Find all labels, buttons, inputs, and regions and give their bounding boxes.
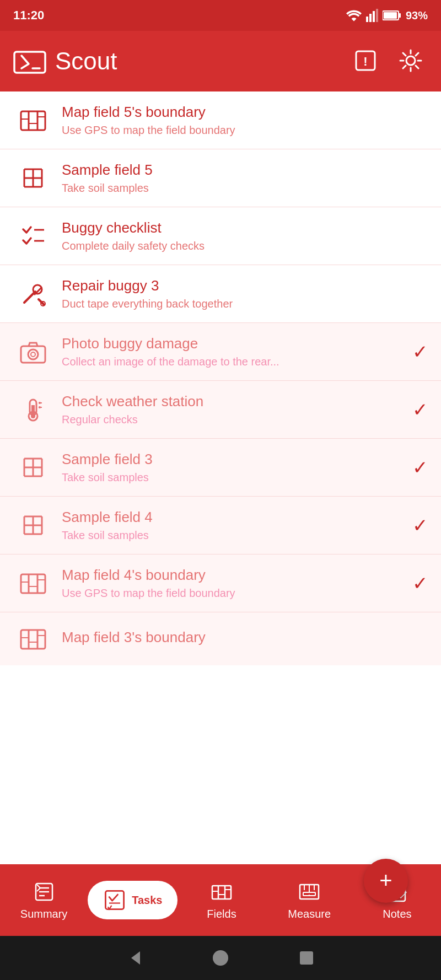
task-icon-thermometer (13, 395, 53, 424)
task-list: Map field 5's boundary Use GPS to map th… (0, 91, 441, 864)
battery-text: 93% (406, 9, 428, 22)
task-checkmark: ✓ (412, 341, 428, 363)
add-task-button[interactable]: + (364, 859, 408, 903)
task-content: Map field 4's boundary Use GPS to map th… (53, 567, 406, 600)
task-checkmark: ✓ (412, 399, 428, 421)
task-title: Repair buggy 3 (62, 277, 428, 294)
task-checkmark: ✓ (412, 456, 428, 478)
task-checkmark: ✓ (412, 514, 428, 536)
task-subtitle: Use GPS to map the field boundary (62, 124, 428, 137)
svg-rect-33 (31, 405, 35, 416)
task-subtitle: Take soil samples (62, 182, 428, 195)
task-icon-grid3 (13, 511, 53, 540)
task-content: Photo buggy damage Collect an image of t… (53, 335, 406, 368)
svg-rect-11 (21, 111, 45, 130)
nav-label-notes: Notes (383, 908, 411, 920)
camera-icon (19, 337, 47, 366)
task-title: Map field 5's boundary (62, 104, 428, 121)
task-content: Sample field 5 Take soil samples (53, 161, 428, 195)
task-subtitle: Regular checks (62, 413, 406, 426)
svg-text:+: + (309, 893, 310, 896)
checklist-icon (19, 222, 47, 250)
task-icon-wrench (13, 279, 53, 308)
task-title: Sample field 5 (62, 161, 428, 179)
svg-rect-5 (399, 13, 401, 18)
nav-label-measure: Measure (288, 908, 331, 920)
svg-point-10 (406, 56, 415, 65)
back-button[interactable] (125, 948, 144, 968)
wifi-icon (346, 9, 362, 22)
app-header: Scout ! (0, 31, 441, 91)
settings-icon (398, 48, 423, 73)
settings-button[interactable] (394, 44, 428, 79)
task-subtitle: Complete daily safety checks (62, 240, 428, 252)
task-subtitle: Duct tape everything back together (62, 298, 428, 310)
nav-label-tasks: Tasks (132, 894, 162, 907)
task-item[interactable]: Sample field 5 Take soil samples (0, 149, 441, 207)
task-subtitle: Take soil samples (62, 529, 406, 542)
task-item-completed[interactable]: Photo buggy damage Collect an image of t… (0, 323, 441, 381)
svg-marker-75 (131, 951, 140, 965)
task-icon-grid2 (13, 453, 53, 482)
task-title: Sample field 4 (62, 509, 406, 526)
svg-rect-2 (373, 11, 375, 22)
task-subtitle: Collect an image of the damage to the re… (62, 356, 406, 368)
task-subtitle: Take soil samples (62, 471, 406, 484)
task-title: Map field 4's boundary (62, 567, 406, 584)
task-content: Map field 5's boundary Use GPS to map th… (53, 104, 428, 137)
summary-icon (33, 880, 56, 903)
task-icon-map2 (13, 569, 53, 597)
task-content: Sample field 4 Take soil samples (53, 509, 406, 542)
header-left: Scout (13, 47, 117, 75)
svg-line-22 (24, 292, 35, 303)
app-title: Scout (55, 47, 117, 75)
status-icons: 93% (346, 9, 428, 22)
map-icon (19, 569, 47, 597)
svg-rect-7 (14, 52, 45, 73)
tasks-icon (103, 889, 126, 912)
notifications-button[interactable]: ! (348, 44, 383, 79)
task-icon-map (13, 106, 53, 134)
app-logo (13, 47, 46, 75)
status-bar: 11:20 93% (0, 0, 441, 31)
task-item-completed[interactable]: Check weather station Regular checks ✓ (0, 381, 441, 439)
task-content: Map field 3's boundary (53, 629, 428, 649)
nav-item-fields[interactable]: Fields (178, 874, 265, 927)
task-title: Map field 3's boundary (62, 629, 428, 646)
nav-label-summary: Summary (20, 908, 68, 920)
task-icon-checklist (13, 222, 53, 250)
header-actions: ! (348, 44, 428, 79)
task-item-partial[interactable]: Map field 3's boundary (0, 612, 441, 665)
nav-item-measure[interactable]: + Measure (266, 874, 353, 927)
nav-active-pill: Tasks (88, 881, 178, 919)
task-subtitle: Use GPS to map the field boundary (62, 587, 406, 600)
grid-icon (19, 453, 47, 482)
task-icon-map3 (13, 624, 53, 653)
signal-icon (366, 9, 378, 22)
measure-icon: + (298, 880, 321, 903)
wrench-icon (19, 279, 47, 308)
task-content: Check weather station Regular checks (53, 393, 406, 426)
task-item[interactable]: Repair buggy 3 Duct tape everything back… (0, 265, 441, 323)
map-icon (19, 106, 47, 134)
notification-icon: ! (353, 48, 378, 73)
task-item-completed[interactable]: Sample field 3 Take soil samples ✓ (0, 439, 441, 497)
task-item-completed[interactable]: Map field 4's boundary Use GPS to map th… (0, 554, 441, 612)
nav-label-fields: Fields (207, 908, 236, 920)
nav-item-tasks[interactable]: Tasks (88, 874, 178, 926)
home-button[interactable] (211, 948, 230, 968)
svg-rect-62 (212, 886, 231, 899)
grid-icon (19, 164, 47, 192)
task-item[interactable]: Map field 5's boundary Use GPS to map th… (0, 91, 441, 149)
svg-text:!: ! (363, 55, 367, 68)
recents-button[interactable] (297, 948, 316, 968)
svg-rect-0 (366, 17, 368, 22)
nav-item-summary[interactable]: Summary (0, 874, 88, 927)
task-title: Sample field 3 (62, 451, 406, 468)
recents-icon (297, 948, 316, 968)
task-item[interactable]: Buggy checklist Complete daily safety ch… (0, 207, 441, 265)
task-item-completed[interactable]: Sample field 4 Take soil samples ✓ (0, 497, 441, 554)
task-content: Repair buggy 3 Duct tape everything back… (53, 277, 428, 310)
svg-rect-50 (21, 574, 45, 593)
add-icon: + (379, 869, 392, 891)
